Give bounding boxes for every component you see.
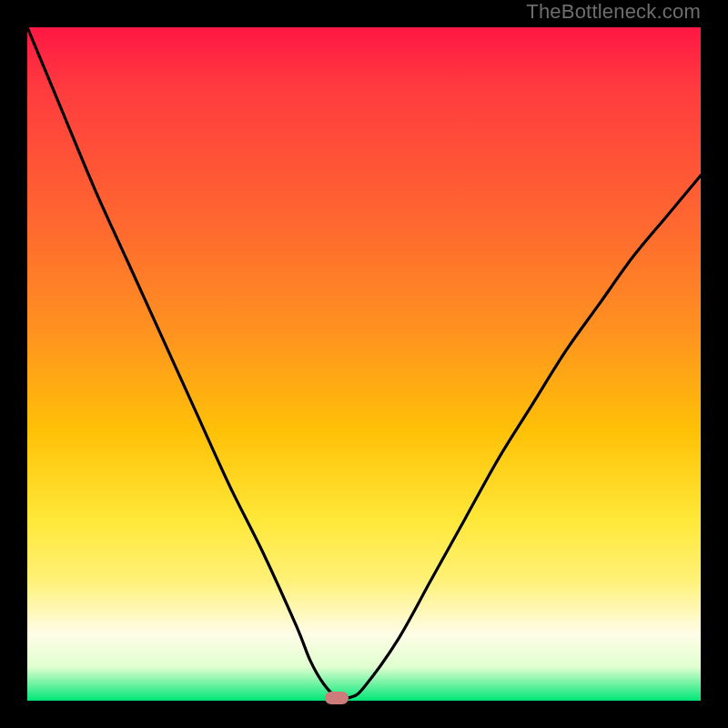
- chart-frame: TheBottleneck.com: [0, 0, 728, 728]
- curve-path: [27, 27, 701, 699]
- curve-svg: [27, 27, 701, 701]
- plot-area: [27, 27, 701, 701]
- watermark-text: TheBottleneck.com: [526, 0, 701, 24]
- chart-marker-pill: [325, 692, 349, 704]
